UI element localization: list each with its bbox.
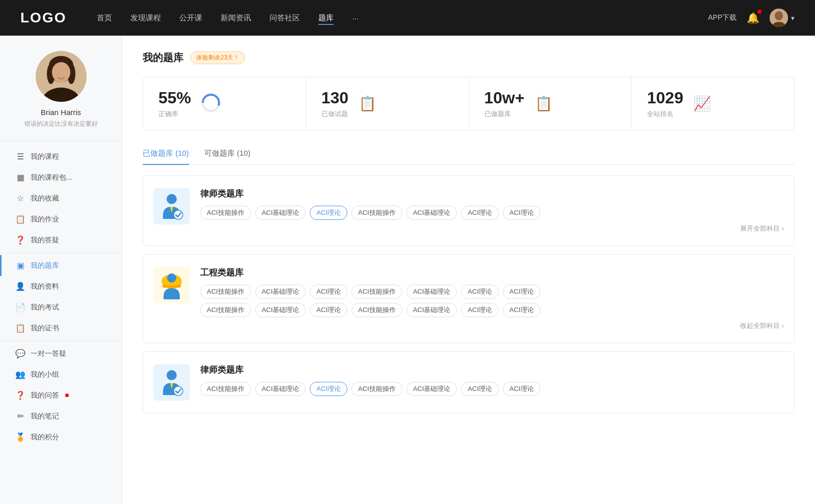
sidebar-item-label: 我的小组 <box>31 370 59 379</box>
homework-icon: 📋 <box>15 214 25 224</box>
qbank-title-engineer: 工程类题库 <box>200 267 784 278</box>
tag[interactable]: ACI基础理论 <box>255 303 306 317</box>
tags-engineer-row2: ACI技能操作 ACI基础理论 ACI理论 ACI技能操作 ACI基础理论 AC… <box>200 303 784 317</box>
done-qbanks-icon: 📋 <box>535 95 553 112</box>
sidebar-item-qbank[interactable]: ▣ 我的题库 <box>0 255 122 276</box>
tag[interactable]: ACI基础理论 <box>406 303 457 317</box>
svg-point-18 <box>167 370 177 380</box>
notification-bell[interactable]: 🔔 <box>747 12 759 24</box>
tag-selected[interactable]: ACI理论 <box>310 382 347 396</box>
tag[interactable]: ACI基础理论 <box>255 382 306 396</box>
chat-icon: 💬 <box>15 349 25 358</box>
sidebar-item-certificate[interactable]: 📋 我的证书 <box>0 318 122 339</box>
star-icon: ☆ <box>15 193 25 203</box>
tag[interactable]: ACI技能操作 <box>351 382 402 396</box>
done-questions-icon: 📋 <box>359 95 376 112</box>
tag[interactable]: ACI理论 <box>461 303 499 317</box>
tag[interactable]: ACI理论 <box>503 382 540 396</box>
sidebar-item-1on1[interactable]: 💬 一对一答疑 <box>0 343 122 364</box>
sidebar-item-exam[interactable]: 📄 我的考试 <box>0 297 122 318</box>
stat-value-accuracy: 55% 正确率 <box>158 89 191 119</box>
stat-done-questions: 130 已做试题 📋 <box>306 77 469 130</box>
tag[interactable]: ACI技能操作 <box>200 382 251 396</box>
sidebar: Brian Harris 错误的决定比没有决定要好 ☰ 我的课程 ▦ 我的课程包… <box>0 36 122 504</box>
sidebar-item-label: 我的答疑 <box>31 236 59 245</box>
sidebar-item-label: 我的课程包... <box>31 173 72 182</box>
nav-qa[interactable]: 问答社区 <box>269 11 300 25</box>
sidebar-item-label: 我的作业 <box>31 215 59 224</box>
tag[interactable]: ACI基础理论 <box>255 206 306 220</box>
sidebar-item-label: 一对一答疑 <box>31 349 66 358</box>
page-title: 我的题库 <box>143 51 183 65</box>
profile-section: Brian Harris 错误的决定比没有决定要好 <box>0 51 122 141</box>
tags-lawyer-1: ACI技能操作 ACI基础理论 ACI理论 ACI技能操作 ACI基础理论 AC… <box>200 206 784 220</box>
sidebar-item-qa[interactable]: ❓ 我的答疑 <box>0 230 122 250</box>
tag[interactable]: ACI技能操作 <box>351 303 402 317</box>
svg-point-1 <box>775 11 783 20</box>
nav-more[interactable]: ··· <box>352 12 359 24</box>
svg-point-9 <box>52 62 70 82</box>
sidebar-item-label: 我的考试 <box>31 303 59 312</box>
sidebar-item-course-package[interactable]: ▦ 我的课程包... <box>0 167 122 188</box>
tag[interactable]: ACI理论 <box>461 285 499 299</box>
qbank-icon-engineer <box>153 267 190 303</box>
sidebar-menu: ☰ 我的课程 ▦ 我的课程包... ☆ 我的收藏 📋 我的作业 ❓ 我的答疑 ▣ <box>0 146 122 447</box>
sidebar-item-label: 我的资料 <box>31 282 59 291</box>
tag[interactable]: ACI技能操作 <box>200 285 251 299</box>
tab-done[interactable]: 已做题库 (10) <box>143 145 189 164</box>
tab-available[interactable]: 可做题库 (10) <box>204 145 251 164</box>
stat-done-qbanks: 10w+ 已做题库 📋 <box>469 77 632 130</box>
qbank-icon: ▣ <box>15 261 25 270</box>
tag[interactable]: ACI理论 <box>503 303 540 317</box>
tags-engineer-row1: ACI技能操作 ACI基础理论 ACI理论 ACI技能操作 ACI基础理论 AC… <box>200 285 784 299</box>
sidebar-item-homework[interactable]: 📋 我的作业 <box>0 209 122 230</box>
tag[interactable]: ACI理论 <box>310 285 347 299</box>
nav-qbank[interactable]: 题库 <box>318 11 334 25</box>
sidebar-item-favorites[interactable]: ☆ 我的收藏 <box>0 188 122 209</box>
svg-point-19 <box>174 386 183 396</box>
user-avatar-large <box>36 51 87 102</box>
tag[interactable]: ACI理论 <box>503 206 540 220</box>
tag[interactable]: ACI理论 <box>503 285 540 299</box>
page-header: 我的题库 体验剩余23天！ <box>143 51 795 65</box>
expand-link-lawyer-1[interactable]: 展开全部科目 › <box>200 224 784 233</box>
sidebar-item-group[interactable]: 👥 我的小组 <box>0 364 122 385</box>
package-icon: ▦ <box>15 173 25 182</box>
tag[interactable]: ACI基础理论 <box>406 206 457 220</box>
tags-lawyer-2: ACI技能操作 ACI基础理论 ACI理论 ACI技能操作 ACI基础理论 AC… <box>200 382 784 396</box>
qbank-icon-lawyer-2 <box>153 364 190 401</box>
nav-home[interactable]: 首页 <box>97 11 112 25</box>
nav-open-course[interactable]: 公开课 <box>179 11 202 25</box>
sidebar-item-points[interactable]: 🏅 我的积分 <box>0 427 122 447</box>
sidebar-item-profile[interactable]: 👤 我的资料 <box>0 276 122 297</box>
tag[interactable]: ACI技能操作 <box>200 206 251 220</box>
tag[interactable]: ACI基础理论 <box>255 285 306 299</box>
tag[interactable]: ACI理论 <box>461 206 499 220</box>
svg-point-13 <box>174 210 183 219</box>
main-nav: 首页 发现课程 公开课 新闻资讯 问答社区 题库 ··· <box>97 11 708 25</box>
tag[interactable]: ACI技能操作 <box>351 206 402 220</box>
tag-selected[interactable]: ACI理论 <box>310 206 347 220</box>
tag[interactable]: ACI理论 <box>310 303 347 317</box>
app-download-link[interactable]: APP下载 <box>708 13 737 22</box>
tag[interactable]: ACI基础理论 <box>406 382 457 396</box>
collapse-link-engineer[interactable]: 收起全部科目 › <box>200 321 784 330</box>
tag[interactable]: ACI基础理论 <box>406 285 457 299</box>
user-name: Brian Harris <box>10 108 112 117</box>
nav-discover[interactable]: 发现课程 <box>130 11 161 25</box>
user-avatar-menu[interactable]: ▾ <box>770 9 795 27</box>
course-icon: ☰ <box>15 152 25 161</box>
sidebar-item-label: 我的课程 <box>31 152 59 161</box>
nav-news[interactable]: 新闻资讯 <box>221 11 251 25</box>
cert-icon: 📋 <box>15 323 25 333</box>
sidebar-item-notes[interactable]: ✏ 我的笔记 <box>0 406 122 427</box>
notes-icon: ✏ <box>15 411 25 421</box>
sidebar-item-courses[interactable]: ☰ 我的课程 <box>0 146 122 167</box>
user-avatar-small <box>770 9 788 27</box>
tag[interactable]: ACI技能操作 <box>200 303 251 317</box>
sidebar-item-my-qa[interactable]: ❓ 我的问答 <box>0 385 122 406</box>
svg-point-12 <box>167 194 177 204</box>
tag[interactable]: ACI理论 <box>461 382 499 396</box>
tag[interactable]: ACI技能操作 <box>351 285 402 299</box>
qbank-card-lawyer-1: 律师类题库 ACI技能操作 ACI基础理论 ACI理论 ACI技能操作 ACI基… <box>143 175 795 246</box>
